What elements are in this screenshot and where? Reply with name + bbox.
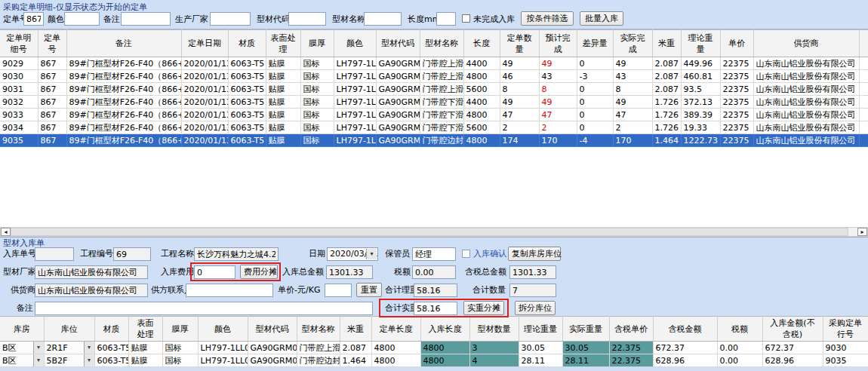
table-row[interactable]: 902986789#门框型材F26-F40（866+867）2020/01/13…	[0, 57, 868, 70]
scroll-right-button[interactable]: ▸	[857, 228, 867, 236]
column-header[interactable]: 含税单价	[609, 317, 653, 342]
column-header[interactable]: 理论重量	[519, 317, 562, 342]
table-row[interactable]: 903186789#门框型材F26-F40（866+867）2020/01/13…	[0, 83, 868, 96]
cell: 国标	[300, 96, 334, 109]
column-header[interactable]: 实际重量	[562, 317, 609, 342]
column-header[interactable]: 材质	[94, 317, 128, 342]
fee-allocate-button[interactable]: 费用分摊	[240, 265, 278, 279]
remark-input[interactable]	[121, 12, 171, 26]
supplier-input[interactable]	[35, 284, 148, 297]
column-header[interactable]: 颜色	[198, 317, 248, 342]
column-header[interactable]: 库位	[44, 317, 94, 342]
scroll-left-button[interactable]: ◂	[1, 228, 11, 236]
table-row[interactable]: 903486789#门框型材F26-F40（866+867）2020/01/13…	[0, 121, 868, 134]
column-header[interactable]: 米重	[652, 30, 681, 57]
note-input[interactable]	[35, 302, 373, 315]
fee-input[interactable]	[194, 265, 235, 279]
column-header[interactable]: 库房	[0, 317, 44, 342]
total-theory-weight-input[interactable]	[414, 284, 457, 297]
column-header[interactable]: 表面处理	[128, 317, 162, 342]
column-header[interactable]: 型材名称	[420, 30, 463, 57]
unfinished-checkbox[interactable]	[462, 14, 470, 23]
chevron-down-icon[interactable]: ▾	[84, 342, 94, 354]
chevron-down-icon[interactable]: ▾	[33, 354, 44, 366]
column-header[interactable]: 入库长度	[420, 317, 469, 342]
table-row[interactable]: 903286789#门框型材F26-F40（866+867）2020/01/13…	[0, 96, 868, 109]
profile-code-input[interactable]	[288, 12, 326, 26]
cell: 贴膜	[266, 109, 300, 121]
column-header[interactable]: 定单长度	[371, 317, 420, 342]
split-location-button[interactable]: 拆分库位	[515, 301, 556, 315]
column-header[interactable]: 表面处理	[266, 30, 300, 57]
project-name-input[interactable]	[194, 247, 279, 261]
combo-cell[interactable]: 2R1F▾	[44, 342, 94, 354]
copy-warehouse-button[interactable]: 复制库房库位	[508, 247, 561, 261]
column-header[interactable]: 定单日期	[181, 30, 228, 57]
column-header[interactable]: 型材代码	[376, 30, 420, 57]
column-header[interactable]: 米重	[340, 317, 371, 342]
scroll-thumb[interactable]	[11, 228, 848, 236]
cell: 门带腔上滑	[420, 83, 463, 96]
column-header[interactable]: 入库金额(不含税)	[762, 317, 823, 342]
inbound-confirm-checkbox[interactable]	[462, 250, 470, 258]
project-no-input[interactable]	[113, 247, 151, 261]
manufacturer-input[interactable]	[210, 12, 251, 26]
combo-cell[interactable]: 5B2F▾	[44, 354, 94, 367]
column-header[interactable]: 理论重量	[681, 30, 720, 57]
hscrollbar[interactable]: ◂ ▸	[0, 227, 868, 237]
date-picker[interactable]: 2020/03/31▾	[327, 247, 378, 261]
cell: 867	[38, 121, 66, 134]
column-header[interactable]: 材质	[228, 30, 266, 57]
column-header[interactable]: 定单号	[38, 30, 66, 57]
chevron-down-icon[interactable]: ▾	[84, 354, 94, 366]
column-header[interactable]: 膜厚	[300, 30, 334, 57]
color-label: 颜色	[48, 14, 64, 25]
combo-cell[interactable]: B区▾	[0, 354, 44, 367]
table-row[interactable]: B区▾5B2F▾6063-T5贴膜国标LH797-1LL0GA90GRM05门带…	[0, 354, 868, 367]
filter-by-condition-button[interactable]: 按条件筛选	[521, 11, 574, 26]
column-header[interactable]: 税额	[717, 317, 762, 342]
column-header[interactable]: 型材名称	[297, 317, 340, 342]
batch-inbound-button[interactable]: 批量入库	[580, 11, 623, 26]
total-qty-input[interactable]	[509, 284, 556, 297]
total-with-tax-input[interactable]	[509, 265, 556, 279]
column-header[interactable]: 供货商	[753, 30, 859, 57]
total-actual-weight-input[interactable]	[414, 302, 457, 315]
profile-name-input[interactable]	[364, 12, 402, 26]
column-header[interactable]: 采购定单行号	[823, 317, 868, 342]
total-amount-input[interactable]	[326, 265, 373, 279]
table-row[interactable]: 903386789#门框型材F26-F40（866+867）2020/01/13…	[0, 109, 868, 121]
unit-price-input[interactable]	[325, 284, 352, 297]
table-row[interactable]: B区▾2R1F▾6063-T5贴膜国标LH797-1LL0GA90GRM03门带…	[0, 342, 868, 354]
factory-input[interactable]	[35, 265, 148, 279]
column-header[interactable]: 差异量	[577, 30, 613, 57]
column-header[interactable]: 定单数量	[500, 30, 539, 57]
column-header[interactable]: 单价	[720, 30, 753, 57]
column-header[interactable]: 定单明细号	[0, 30, 38, 57]
cell: 2020/01/13	[181, 134, 228, 147]
column-header[interactable]: 实际完成	[613, 30, 652, 57]
calendar-dropdown-icon[interactable]: ▾	[366, 249, 377, 259]
column-header[interactable]: 颜色	[334, 30, 376, 57]
column-header[interactable]: 含税金额	[653, 317, 717, 342]
column-header[interactable]: 膜厚	[162, 317, 198, 342]
reset-button[interactable]: 重置	[356, 283, 382, 297]
length-input[interactable]	[436, 12, 456, 26]
chevron-down-icon[interactable]: ▾	[33, 342, 44, 354]
actual-weight-allocate-button[interactable]: 实重分摊	[463, 301, 504, 315]
column-header[interactable]	[859, 30, 868, 57]
table-row[interactable]: 903586789#门框型材F26-F40（866+867）2020/01/13…	[0, 134, 868, 147]
inbound-no-input[interactable]	[35, 247, 74, 261]
column-header[interactable]: 备注	[66, 30, 181, 57]
supplier-contact-input[interactable]	[186, 284, 273, 297]
column-header[interactable]: 长度	[463, 30, 500, 57]
column-header[interactable]: 型材数量	[469, 317, 519, 342]
keeper-input[interactable]	[412, 247, 456, 261]
order-no-input[interactable]	[23, 12, 44, 26]
table-row[interactable]: 903086789#门框型材F26-F40（866+867）2020/01/13…	[0, 70, 868, 83]
column-header[interactable]: 预计完成	[539, 30, 577, 57]
combo-cell[interactable]: B区▾	[0, 342, 44, 354]
tax-input[interactable]	[412, 265, 456, 279]
column-header[interactable]: 型材代码	[248, 317, 297, 342]
color-input[interactable]	[64, 12, 100, 26]
